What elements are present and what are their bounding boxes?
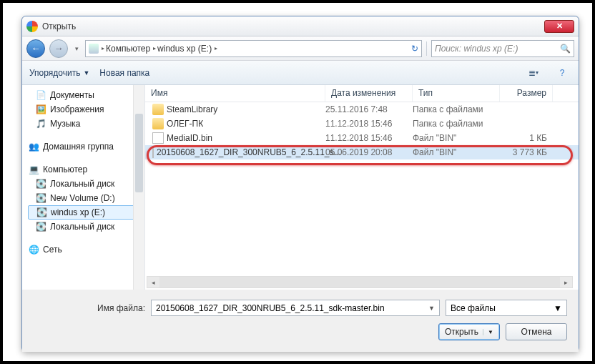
nav-tree: 📄Документы 🖼️Изображения 🎵Музыка 👥Домашн… — [22, 85, 145, 290]
chrome-icon — [26, 21, 38, 32]
file-icon — [152, 147, 154, 158]
drive-icon: 💽 — [35, 178, 46, 190]
file-icon — [152, 132, 164, 144]
col-name[interactable]: Имя — [145, 85, 325, 102]
tree-scrollbar[interactable] — [133, 85, 144, 290]
filename-value: 20150608_1627_DIR_300NRUB5_6_2.5.11_sdk-… — [156, 303, 385, 313]
refresh-button[interactable]: ↻ — [411, 44, 418, 54]
col-size[interactable]: Размер — [500, 85, 553, 102]
nav-bar: ← → ▾ ▸Компьютер ▸windus xp (E:)▸ ↻ Поис… — [22, 36, 579, 61]
scrollbar-thumb[interactable] — [159, 277, 560, 287]
breadcrumb-segment[interactable]: ▸Компьютер — [102, 44, 150, 54]
view-options-button[interactable]: ≣ ▾ — [524, 65, 543, 81]
drive-icon: 💽 — [36, 207, 47, 218]
dialog-body: 📄Документы 🖼️Изображения 🎵Музыка 👥Домашн… — [22, 85, 579, 290]
bottom-panel: Имя файла: 20150608_1627_DIR_300NRUB5_6_… — [22, 290, 579, 352]
search-placeholder: Поиск: windus xp (E:) — [435, 44, 518, 54]
drive-icon: 💽 — [35, 221, 46, 232]
open-file-dialog: Открыть ✕ ← → ▾ ▸Компьютер ▸windus xp (E… — [21, 16, 579, 352]
file-type-filter[interactable]: Все файлы ▼ — [446, 300, 567, 316]
open-button[interactable]: Открыть▼ — [438, 323, 500, 340]
list-item[interactable]: SteamLibrary 25.11.2016 7:48 Папка с фай… — [145, 102, 579, 117]
network-icon: 🌐 — [28, 244, 39, 255]
list-item-selected[interactable]: 20150608_1627_DIR_300NRUB5_6_2.5.11_s...… — [145, 145, 579, 159]
file-list: Имя Дата изменения Тип Размер SteamLibra… — [145, 85, 579, 290]
search-input[interactable]: Поиск: windus xp (E:) 🔍 — [431, 40, 574, 57]
folder-icon — [152, 104, 164, 115]
scrollbar-thumb[interactable] — [135, 114, 143, 192]
horizontal-scrollbar[interactable]: ◂ ▸ — [147, 276, 573, 288]
scroll-left-icon[interactable]: ◂ — [147, 277, 159, 287]
help-button[interactable]: ? — [553, 65, 571, 81]
chevron-down-icon: ▼ — [554, 303, 562, 313]
music-icon: 🎵 — [35, 118, 46, 129]
homegroup-icon: 👥 — [28, 141, 39, 152]
window-title: Открыть — [42, 21, 544, 31]
filename-input[interactable]: 20150608_1627_DIR_300NRUB5_6_2.5.11_sdk-… — [151, 300, 440, 316]
breadcrumb-segment[interactable]: ▸windus xp (E:)▸ — [153, 44, 217, 54]
tree-item-computer[interactable]: 💻Компьютер — [28, 162, 144, 177]
col-type[interactable]: Тип — [413, 85, 500, 102]
filename-label: Имя файла: — [34, 303, 145, 313]
drive-icon — [89, 44, 99, 54]
close-button[interactable]: ✕ — [544, 20, 574, 33]
tree-item-drive[interactable]: 💽New Volume (D:) — [28, 191, 144, 205]
nav-history-dropdown[interactable]: ▾ — [72, 44, 81, 54]
divider — [426, 41, 427, 56]
drive-icon: 💽 — [35, 192, 46, 204]
scroll-right-icon[interactable]: ▸ — [560, 277, 572, 287]
list-item[interactable]: MediaID.bin 11.12.2018 15:46 Файл "BIN" … — [145, 131, 579, 145]
cancel-button[interactable]: Отмена — [506, 323, 567, 340]
tree-item-drive-selected[interactable]: 💽windus xp (E:) — [28, 205, 142, 220]
tree-item-network[interactable]: 🌐Сеть — [28, 242, 144, 257]
address-bar[interactable]: ▸Компьютер ▸windus xp (E:)▸ ↻ — [85, 40, 422, 57]
forward-button[interactable]: → — [49, 39, 68, 58]
tree-item-drive[interactable]: 💽Локальный диск — [28, 220, 144, 234]
tree-item-drive[interactable]: 💽Локальный диск — [28, 177, 144, 191]
arrow-left-icon: ← — [31, 43, 41, 54]
col-date[interactable]: Дата изменения — [325, 85, 413, 102]
titlebar: Открыть ✕ — [22, 16, 579, 36]
arrow-right-icon: → — [54, 43, 64, 54]
document-icon: 📄 — [35, 89, 46, 101]
computer-icon: 💻 — [28, 164, 39, 175]
chevron-down-icon[interactable]: ▼ — [483, 329, 493, 335]
chevron-down-icon[interactable]: ▼ — [428, 305, 435, 312]
toolbar: Упорядочить ▼ Новая папка ≣ ▾ ? — [22, 61, 579, 85]
back-button[interactable]: ← — [26, 39, 45, 58]
image-icon: 🖼️ — [35, 104, 46, 115]
tree-item-pictures[interactable]: 🖼️Изображения — [28, 102, 144, 117]
folder-icon — [152, 118, 164, 129]
list-item[interactable]: ОЛЕГ-ПК 11.12.2018 15:46 Папка с файлами — [145, 117, 579, 131]
close-icon: ✕ — [556, 21, 563, 31]
search-icon: 🔍 — [560, 44, 571, 54]
column-headers: Имя Дата изменения Тип Размер — [145, 85, 579, 102]
new-folder-button[interactable]: Новая папка — [99, 68, 149, 78]
tree-item-documents[interactable]: 📄Документы — [28, 88, 144, 102]
chevron-down-icon: ▼ — [83, 69, 89, 77]
organize-menu[interactable]: Упорядочить ▼ — [29, 68, 89, 78]
tree-item-music[interactable]: 🎵Музыка — [28, 117, 144, 131]
tree-item-homegroup[interactable]: 👥Домашняя группа — [28, 139, 144, 154]
